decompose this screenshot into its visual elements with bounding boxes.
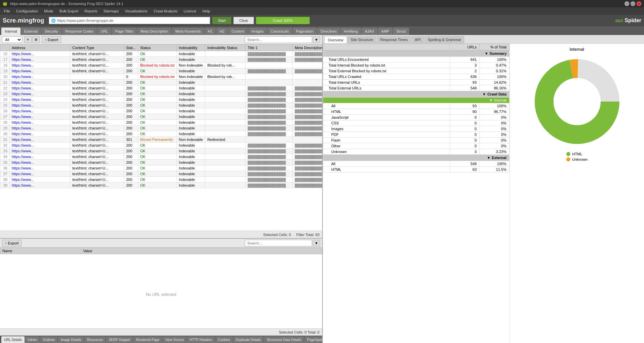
cell-address[interactable]: https://www... [10, 108, 70, 114]
table-row[interactable]: 16 https://www... text/html; charset=U..… [0, 51, 323, 57]
cell-address[interactable]: https://www... [10, 131, 70, 137]
cell-address[interactable]: https://www... [10, 143, 70, 148]
table-row[interactable]: 34 https://www... text/html; charset=U..… [0, 154, 323, 160]
cell-address[interactable]: https://www... [10, 165, 70, 171]
tab-images[interactable]: Images [248, 28, 267, 35]
table-row[interactable]: 29 https://www... text/html; charset=U..… [0, 125, 323, 131]
clear-button[interactable]: Clear [233, 17, 254, 24]
cell-address[interactable]: https://www... [10, 51, 70, 57]
col-header-title1[interactable]: Title 1 [245, 45, 293, 51]
menu-crawl-analysis[interactable]: Crawl Analysis [151, 8, 180, 14]
right-tab-overview[interactable]: Overview [324, 36, 347, 43]
bottom-tab-outlinks[interactable]: Outlinks [40, 336, 58, 343]
cell-address[interactable]: https://www... [10, 154, 70, 160]
tab-meta-keywords[interactable]: Meta Keywords [172, 28, 204, 35]
bottom-tab-view-source[interactable]: View Source [162, 336, 187, 343]
menu-mode[interactable]: Mode [41, 8, 56, 14]
menu-licence[interactable]: Licence [181, 8, 199, 14]
table-row[interactable]: 20 https://www... 0 Blocked by robots.tx… [0, 74, 323, 80]
cell-address[interactable]: https://www... [10, 68, 70, 74]
table-row[interactable]: 35 https://www... text/html; charset=U..… [0, 160, 323, 165]
tab-pagination[interactable]: Pagination [293, 28, 317, 35]
tab-internal[interactable]: Internal [1, 28, 21, 35]
tab-page-titles[interactable]: Page Titles [112, 28, 137, 35]
menu-visualisations[interactable]: Visualisations [122, 8, 150, 14]
table-row[interactable]: 39 https://www... text/html; charset=U..… [0, 183, 323, 188]
cell-address[interactable]: https://www... [10, 91, 70, 97]
tab-response-codes[interactable]: Response Codes [62, 28, 97, 35]
right-tab-site-structure[interactable]: Site Structure [347, 36, 377, 43]
cell-address[interactable]: https://www... [10, 120, 70, 125]
cell-address[interactable]: https://www... [10, 85, 70, 91]
bottom-tab-inlinks[interactable]: Inlinks [25, 336, 40, 343]
right-tab-response-times[interactable]: Response Times [377, 36, 411, 43]
menu-file[interactable]: File [1, 8, 13, 14]
col-header-status-code[interactable]: Stat... [124, 45, 138, 51]
table-row[interactable]: 27 https://www... text/html; charset=U..… [0, 114, 323, 120]
window-controls[interactable]: − □ × [624, 1, 641, 6]
table-row[interactable]: 36 https://www... text/html; charset=U..… [0, 165, 323, 171]
cell-address[interactable]: https://www... [10, 63, 70, 68]
tab-amp[interactable]: AMP [378, 28, 393, 35]
tab-struct[interactable]: Struct [393, 28, 409, 35]
cell-address[interactable]: https://www... [10, 125, 70, 131]
col-header-indexability[interactable]: Indexability [177, 45, 205, 51]
cell-address[interactable]: https://www... [10, 177, 70, 183]
bottom-search-input[interactable] [245, 240, 312, 246]
minimize-button[interactable]: − [624, 1, 629, 6]
bottom-tab-url-details[interactable]: URL Details [1, 336, 25, 343]
menu-reports[interactable]: Reports [82, 8, 100, 14]
table-row[interactable]: 26 https://www... text/html; charset=U..… [0, 108, 323, 114]
bottom-tab-rendered-page[interactable]: Rendered Page [133, 336, 162, 343]
table-row[interactable]: 32 https://www... text/html; charset=U..… [0, 143, 323, 148]
tab-url[interactable]: URL [97, 28, 111, 35]
table-row[interactable]: 31 https://www... text/html; charset=U..… [0, 137, 323, 143]
table-row[interactable]: 28 https://www... text/html; charset=U..… [0, 120, 323, 125]
menu-configuration[interactable]: Configuration [13, 8, 41, 14]
table-row[interactable]: 23 https://www... text/html; charset=U..… [0, 91, 323, 97]
export-button[interactable]: ↑ Export [42, 36, 61, 43]
filter-select[interactable]: All [2, 36, 22, 43]
table-row[interactable]: 19 https://www... text/html; charset=U..… [0, 68, 323, 74]
cell-address[interactable]: https://www... [10, 80, 70, 85]
table-row[interactable]: 22 https://www... text/html; charset=U..… [0, 85, 323, 91]
table-row[interactable]: 38 https://www... text/html; charset=U..… [0, 177, 323, 183]
tab-h2[interactable]: H2 [216, 28, 228, 35]
menu-bulk-export[interactable]: Bulk Export [57, 8, 81, 14]
right-tab-api[interactable]: API [411, 36, 424, 43]
bottom-tab-structured-data[interactable]: Structured Data Details [264, 336, 304, 343]
bottom-tab-duplicate-details[interactable]: Duplicate Details [233, 336, 264, 343]
cell-address[interactable]: https://www... [10, 103, 70, 108]
bottom-tab-cookies[interactable]: Cookies [215, 336, 233, 343]
menu-sitemaps[interactable]: Sitemaps [101, 8, 121, 14]
table-row[interactable]: 17 https://www... text/html; charset=U..… [0, 57, 323, 63]
tab-hreflang[interactable]: Hreflang [340, 28, 361, 35]
close-button[interactable]: × [637, 1, 641, 6]
tab-h1[interactable]: H1 [204, 28, 216, 35]
bottom-tab-serp-snippet[interactable]: SERP Snippet [106, 336, 133, 343]
bottom-tab-image-details[interactable]: Image Details [58, 336, 84, 343]
col-header-address[interactable]: Address [10, 45, 70, 51]
table-row[interactable]: 33 https://www... text/html; charset=U..… [0, 148, 323, 154]
menu-help[interactable]: Help [200, 8, 213, 14]
tab-canonicals[interactable]: Canonicals [267, 28, 292, 35]
cell-address[interactable]: https://www... [10, 74, 70, 80]
table-row[interactable]: 21 https://www... text/html; charset=U..… [0, 80, 323, 85]
table-row[interactable]: 25 https://www... text/html; charset=U..… [0, 103, 323, 108]
cell-address[interactable]: https://www... [10, 114, 70, 120]
tab-content[interactable]: Content [228, 28, 248, 35]
start-button[interactable]: Start [212, 17, 231, 24]
bottom-tab-http-headers[interactable]: HTTP Headers [187, 336, 215, 343]
cell-address[interactable]: https://www... [10, 171, 70, 177]
table-row[interactable]: 24 https://www... text/html; charset=U..… [0, 97, 323, 103]
col-header-meta1[interactable]: Meta Description 1 [293, 45, 322, 51]
cell-address[interactable]: https://www... [10, 97, 70, 103]
cell-address[interactable]: https://www... [10, 183, 70, 188]
list-view-button[interactable]: ≡ [24, 36, 32, 43]
table-row[interactable]: 37 https://www... text/html; charset=U..… [0, 171, 323, 177]
cell-address[interactable]: https://www... [10, 148, 70, 154]
bottom-search-dropdown[interactable]: ▼ [313, 240, 320, 246]
main-search-input[interactable] [245, 36, 312, 43]
right-tab-spelling[interactable]: Spelling & Grammar [424, 36, 464, 43]
search-dropdown-button[interactable]: ▼ [313, 36, 320, 43]
